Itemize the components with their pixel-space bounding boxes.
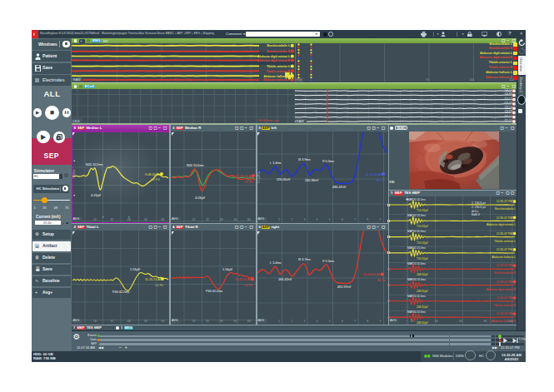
svg-text:248.92µV: 248.92µV — [417, 305, 429, 309]
svg-text:A1-Cz: A1-Cz — [377, 179, 385, 182]
svg-text:MAP20 10.5ms: MAP20 10.5ms — [407, 230, 426, 233]
svg-text:C3'-P3: C3'-P3 — [244, 180, 253, 183]
svg-text:MAP40 13.5ms: MAP40 13.5ms — [407, 214, 426, 217]
svg-text:P40 42.2ms: P40 42.2ms — [112, 290, 129, 294]
svg-text:T10.92µV: T10.92µV — [417, 241, 429, 245]
svg-text:12.35.07 PM: 12.35.07 PM — [496, 312, 512, 315]
svg-text:12.35.07 PM: 12.35.07 PM — [496, 216, 512, 220]
svg-text:Abductor digiti minimi L: Abductor digiti minimi L — [257, 55, 290, 58]
svg-text:11.43.45 AM: 11.43.45 AM — [366, 172, 383, 176]
svg-text:Abductor digiti minimi R: Abductor digiti minimi R — [486, 288, 516, 291]
svg-text:240.36nV: 240.36nV — [305, 179, 319, 182]
svg-text:▼: ▼ — [405, 197, 408, 201]
svg-text:12.35.07 PM: 12.35.07 PM — [496, 200, 512, 203]
svg-text:I. 1.4ms: I. 1.4ms — [270, 261, 282, 265]
svg-text:492.97nV: 492.97nV — [337, 285, 352, 288]
svg-text:11.25.51 AM: 11.25.51 AM — [235, 278, 252, 281]
svg-text:11.43.45 AM: 11.43.45 AM — [236, 174, 253, 177]
svg-text:T10.92µV: T10.92µV — [417, 225, 429, 228]
svg-text:MAP20 10.5ms: MAP20 10.5ms — [407, 295, 426, 298]
svg-text:166.42nV: 166.42nV — [278, 277, 292, 280]
svg-text:4.03µV: 4.03µV — [195, 196, 206, 199]
svg-text:P40 42.2ms: P40 42.2ms — [206, 289, 222, 292]
svg-text:I. 1.4ms: I. 1.4ms — [270, 161, 282, 165]
svg-text:‹ 11.43.45.AM: ‹ 11.43.45.AM — [362, 273, 382, 276]
svg-text:MAP20 10.5ms: MAP20 10.5ms — [407, 198, 426, 201]
svg-text:MAP40 13.5ms: MAP40 13.5ms — [407, 278, 426, 281]
svg-text:248.92µV: 248.92µV — [417, 290, 429, 293]
svg-text:11.25.51 AM: 11.25.51 AM — [145, 277, 162, 280]
svg-text:Tibialis anterior L: Tibialis anterior L — [494, 240, 516, 243]
svg-text:12.35.07 PM: 12.35.07 PM — [496, 232, 512, 236]
svg-text:436.47nV: 436.47nV — [332, 185, 347, 188]
svg-text:12.35.07 PM: 12.35.07 PM — [496, 264, 512, 267]
svg-text:248.92µV: 248.92µV — [417, 273, 429, 276]
svg-text:1. 150.3 µs: 1. 150.3 µs — [472, 201, 486, 205]
svg-text:V 5.5ms: V 5.5ms — [322, 260, 334, 263]
svg-text:NaN V: NaN V — [472, 213, 481, 216]
svg-text:Tibialis anterior R: Tibialis anterior R — [493, 304, 516, 307]
svg-text:T10.92µV: T10.92µV — [417, 257, 429, 261]
svg-text:Brachioradialis L: Brachioradialis L — [494, 207, 515, 211]
svg-text:Abductor digiti minimi L: Abductor digiti minimi L — [486, 223, 515, 226]
svg-text:Brachioradialis R: Brachioradialis R — [267, 50, 290, 53]
svg-text:Cz'-Fz: Cz'-Fz — [244, 284, 252, 287]
svg-text:2. 150.3 µs: 2. 150.3 µs — [472, 206, 486, 209]
svg-text:Tibialis anterior L: Tibialis anterior L — [267, 65, 290, 68]
svg-text:N20 10.6ms: N20 10.6ms — [187, 163, 204, 166]
svg-text:226.05nV: 226.05nV — [277, 177, 291, 181]
svg-text:III 3.7ms: III 3.7ms — [298, 257, 311, 261]
svg-text:V 5.5ms: V 5.5ms — [322, 160, 334, 163]
svg-text:1.54µV: 1.54µV — [222, 267, 233, 270]
svg-text:1.53µV: 1.53µV — [130, 268, 141, 271]
svg-text:Abductor digiti minimi R: Abductor digiti minimi R — [257, 59, 291, 62]
svg-text:MAP20 10.5ms: MAP20 10.5ms — [407, 262, 426, 265]
svg-text:III 3.9ms: III 3.9ms — [298, 157, 311, 161]
svg-text:12.35.07 PM: 12.35.07 PM — [496, 296, 512, 300]
svg-text:Brachioradialis R: Brachioradialis R — [494, 271, 516, 275]
svg-text:MAP40 13.5ms: MAP40 13.5ms — [407, 246, 426, 250]
svg-text:A2-Cz: A2-Cz — [377, 279, 386, 282]
svg-text:MAP40 13.5ms: MAP40 13.5ms — [407, 310, 426, 314]
svg-text:12.35.07 PM: 12.35.07 PM — [496, 248, 512, 251]
svg-text:Cz'-Fz: Cz'-Fz — [155, 283, 163, 286]
svg-text:12.35.07 PM: 12.35.07 PM — [496, 280, 512, 284]
svg-text:0.2 µV/Div: 0.2 µV/Div — [257, 171, 261, 182]
svg-text:T10.92µV: T10.92µV — [417, 209, 429, 212]
svg-text:Brachioradialis L: Brachioradialis L — [267, 44, 290, 47]
svg-text:Abductor hallucis L: Abductor hallucis L — [492, 256, 516, 259]
svg-text:dt 0 s: dt 0 s — [472, 210, 479, 213]
